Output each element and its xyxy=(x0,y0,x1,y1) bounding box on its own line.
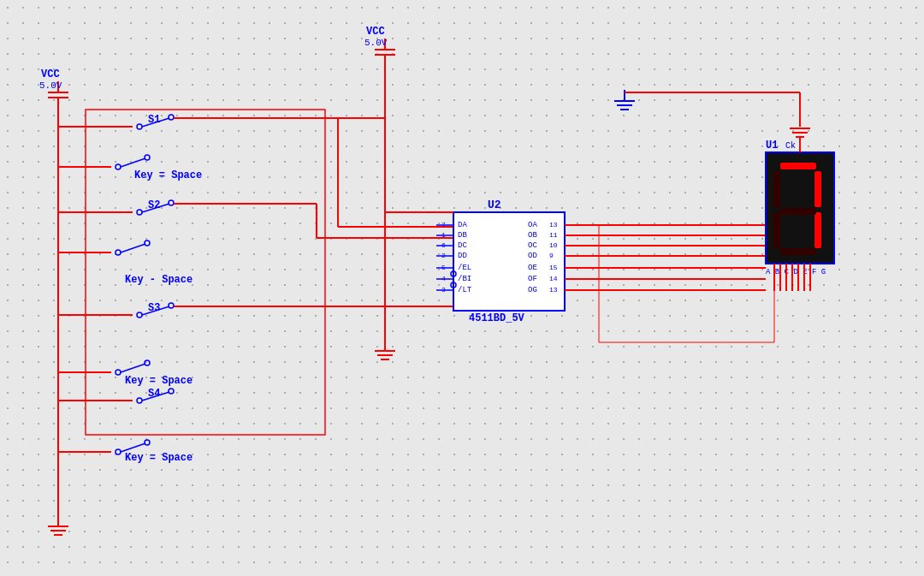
ic-pin13b: 13 xyxy=(549,286,558,294)
svg-line-52 xyxy=(121,443,145,452)
svg-point-33 xyxy=(116,250,121,255)
key2-label: Key - Space xyxy=(125,274,192,286)
ic-og: OG xyxy=(528,286,537,294)
ic-oc: OC xyxy=(528,241,537,250)
ic-ob: OB xyxy=(528,231,537,240)
ic-pin11: 10 xyxy=(549,241,558,249)
key4-label: Key = Space xyxy=(125,452,192,464)
svg-point-39 xyxy=(169,303,174,308)
vcc1-voltage: 5.0V xyxy=(39,80,62,91)
svg-point-51 xyxy=(116,449,121,454)
vcc2-voltage: 5.0V xyxy=(364,38,388,48)
svg-point-35 xyxy=(145,240,150,246)
svg-line-22 xyxy=(121,158,145,167)
display-u1-label: U1 xyxy=(766,140,778,151)
ic-bi: /BI xyxy=(458,275,471,283)
svg-point-43 xyxy=(116,370,121,375)
ic-oe: OE xyxy=(528,264,537,272)
svg-rect-94 xyxy=(780,208,816,215)
ic-dd: DD xyxy=(458,252,467,260)
ic-pin14: 14 xyxy=(549,275,558,282)
ic-pin13: 13 xyxy=(549,221,558,229)
vcc2-label: VCC xyxy=(366,26,385,38)
ic-pin15: 15 xyxy=(549,264,558,271)
s2-label: S2 xyxy=(148,199,160,211)
ic-of: OF xyxy=(528,275,537,283)
svg-point-21 xyxy=(116,164,121,169)
svg-rect-63 xyxy=(453,212,565,311)
svg-line-34 xyxy=(121,244,145,252)
svg-point-45 xyxy=(145,360,150,365)
ic-db: DB xyxy=(458,231,467,240)
schematic-canvas: VCC 5.0V VCC 5.0V S1 xyxy=(0,0,924,576)
s1-label: S1 xyxy=(148,114,160,126)
s3-label: S3 xyxy=(148,302,160,314)
ic-lt: /LT xyxy=(458,286,472,294)
ic-dc: DC xyxy=(458,241,467,250)
ic-pin10: 9 xyxy=(549,252,554,259)
svg-rect-93 xyxy=(773,171,780,207)
ic-u2-label: U2 xyxy=(488,199,501,211)
svg-rect-62 xyxy=(86,110,325,435)
svg-point-49 xyxy=(169,389,174,394)
ic-pin12: 11 xyxy=(549,231,558,239)
svg-point-47 xyxy=(137,398,142,403)
svg-point-13 xyxy=(137,124,142,129)
svg-rect-91 xyxy=(814,171,821,207)
ic-el: /EL xyxy=(458,264,471,272)
ic-oa: OA xyxy=(528,221,537,229)
ic-part-label: 4511BD_5V xyxy=(469,312,525,324)
svg-point-37 xyxy=(137,312,142,318)
svg-point-53 xyxy=(145,440,150,445)
svg-line-44 xyxy=(121,364,145,372)
svg-rect-96 xyxy=(780,248,816,255)
svg-rect-90 xyxy=(780,163,816,169)
vcc1-label: VCC xyxy=(41,68,60,80)
s4-label: S4 xyxy=(148,388,160,400)
svg-point-23 xyxy=(145,155,150,160)
ic-da: DA xyxy=(458,221,467,229)
svg-rect-92 xyxy=(814,212,821,248)
display-ck-label: Ck xyxy=(785,141,796,151)
svg-point-15 xyxy=(169,115,174,120)
ic-od: OD xyxy=(528,252,537,260)
svg-point-25 xyxy=(137,210,142,215)
key3-label: Key = Space xyxy=(125,375,192,387)
key1-label: Key = Space xyxy=(134,169,202,181)
svg-rect-95 xyxy=(773,212,780,248)
svg-point-27 xyxy=(169,200,174,205)
